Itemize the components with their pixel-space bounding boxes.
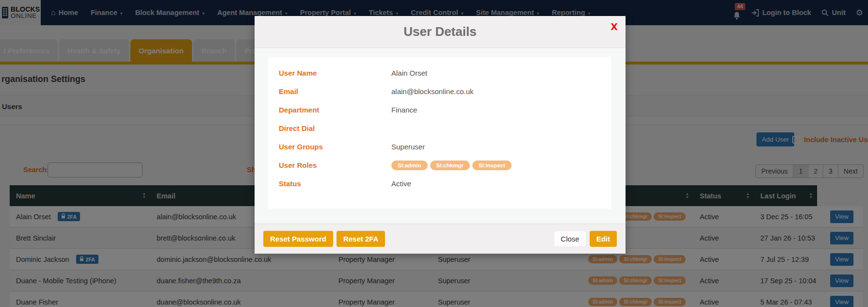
field-label-department: Department bbox=[279, 106, 391, 114]
field-value-status: Active bbox=[391, 179, 411, 188]
field-label-user-roles: User Roles bbox=[279, 161, 391, 169]
modal-footer: Reset Password Reset 2FA Close Edit bbox=[255, 224, 626, 254]
field-value-user-groups: Superuser bbox=[391, 143, 425, 151]
field-value-roles: Sl:adminSl:chkmgrSl:inspect bbox=[391, 161, 514, 169]
field-label-user-name: User Name bbox=[279, 69, 391, 77]
role-badge: Sl:chkmgr bbox=[430, 161, 470, 170]
modal-field-row: Emailalain@blocksonline.co.uk bbox=[268, 82, 611, 100]
modal-title: User Details bbox=[403, 24, 476, 39]
field-value-email: alain@blocksonline.co.uk bbox=[391, 87, 474, 96]
field-value-department: Finance bbox=[391, 106, 417, 114]
reset-2fa-button[interactable]: Reset 2FA bbox=[337, 231, 386, 247]
field-label-user-groups: User Groups bbox=[279, 143, 391, 151]
modal-field-row: DepartmentFinance bbox=[268, 100, 611, 119]
role-badge: Sl:inspect bbox=[472, 161, 512, 170]
modal-field-row: User RolesSl:adminSl:chkmgrSl:inspect bbox=[268, 156, 611, 174]
field-label-email: Email bbox=[279, 87, 391, 96]
app-root: BLOCKS ONLINE ⌂HomeFinance▾Block Managem… bbox=[0, 0, 868, 307]
modal-field-row: User GroupsSuperuser bbox=[268, 137, 611, 156]
modal-field-row: StatusActive bbox=[268, 174, 611, 193]
close-button[interactable]: Close bbox=[554, 231, 586, 247]
modal-header: User Details X bbox=[255, 16, 626, 48]
edit-button[interactable]: Edit bbox=[590, 231, 617, 247]
reset-password-button[interactable]: Reset Password bbox=[263, 231, 333, 247]
modal-field-row: Direct Dial bbox=[268, 119, 611, 137]
field-label-status: Status bbox=[279, 179, 391, 188]
modal-field-row: User NameAlain Orset bbox=[268, 64, 611, 82]
role-badge: Sl:admin bbox=[391, 161, 428, 170]
user-details-modal: User Details X User NameAlain OrsetEmail… bbox=[255, 16, 626, 254]
modal-close-x-button[interactable]: X bbox=[611, 21, 618, 32]
field-value-user-name: Alain Orset bbox=[391, 69, 427, 77]
modal-fields-panel: User NameAlain OrsetEmailalain@blocksonl… bbox=[268, 57, 611, 209]
field-label-direct-dial: Direct Dial bbox=[279, 124, 391, 132]
